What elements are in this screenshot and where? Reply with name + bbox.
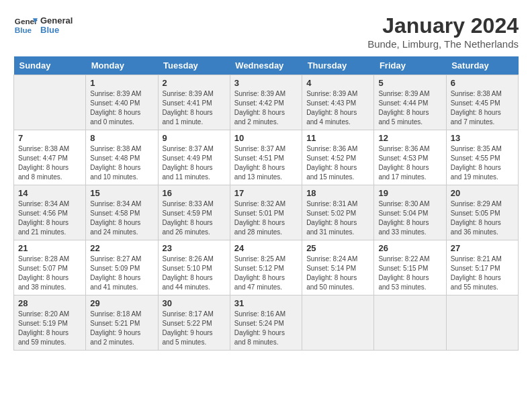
day-info: Sunrise: 8:39 AM Sunset: 4:40 PM Dayligh…: [90, 89, 153, 127]
daylight: Daylight: 8 hours and 19 minutes.: [451, 163, 514, 182]
daylight: Daylight: 8 hours and 47 minutes.: [234, 273, 298, 292]
month-title: January 2024: [367, 13, 519, 38]
daylight: Daylight: 9 hours and 8 minutes.: [234, 328, 298, 347]
day-number: 12: [378, 133, 441, 143]
daylight: Daylight: 8 hours and 28 minutes.: [234, 218, 298, 237]
day-number: 5: [378, 78, 441, 88]
day-number: 26: [378, 243, 441, 253]
table-row: [14, 75, 86, 130]
table-row: 24 Sunrise: 8:25 AM Sunset: 5:12 PM Dayl…: [230, 240, 302, 295]
daylight: Daylight: 8 hours and 26 minutes.: [163, 218, 226, 237]
header-friday: Friday: [374, 56, 446, 75]
sunrise: Sunrise: 8:39 AM: [306, 89, 369, 99]
table-row: 23 Sunrise: 8:26 AM Sunset: 5:10 PM Dayl…: [158, 240, 230, 295]
sunrise: Sunrise: 8:34 AM: [90, 199, 153, 209]
daylight: Daylight: 8 hours and 0 minutes.: [90, 108, 153, 127]
table-row: 17 Sunrise: 8:32 AM Sunset: 5:01 PM Dayl…: [230, 185, 302, 240]
daylight: Daylight: 8 hours and 41 minutes.: [90, 273, 153, 292]
day-number: 18: [306, 188, 369, 198]
day-number: 14: [18, 188, 81, 198]
daylight: Daylight: 8 hours and 33 minutes.: [378, 218, 441, 237]
day-info: Sunrise: 8:34 AM Sunset: 4:56 PM Dayligh…: [18, 199, 81, 237]
header-saturday: Saturday: [446, 56, 518, 75]
daylight: Daylight: 8 hours and 8 minutes.: [18, 163, 81, 182]
day-number: 3: [234, 78, 298, 88]
day-number: 27: [451, 243, 514, 253]
sunset: Sunset: 5:14 PM: [306, 264, 369, 273]
sunrise: Sunrise: 8:31 AM: [306, 199, 369, 209]
sunset: Sunset: 4:42 PM: [234, 99, 298, 108]
daylight: Daylight: 8 hours and 15 minutes.: [306, 163, 369, 182]
header-sunday: Sunday: [14, 56, 86, 75]
sunrise: Sunrise: 8:34 AM: [18, 199, 81, 209]
day-info: Sunrise: 8:39 AM Sunset: 4:44 PM Dayligh…: [378, 89, 441, 127]
day-number: 10: [234, 133, 298, 143]
table-row: 20 Sunrise: 8:29 AM Sunset: 5:05 PM Dayl…: [446, 185, 518, 240]
daylight: Daylight: 8 hours and 2 minutes.: [234, 108, 298, 127]
day-number: 30: [163, 298, 226, 308]
header-tuesday: Tuesday: [158, 56, 230, 75]
day-info: Sunrise: 8:39 AM Sunset: 4:41 PM Dayligh…: [163, 89, 226, 127]
sunrise: Sunrise: 8:16 AM: [234, 310, 298, 319]
day-info: Sunrise: 8:32 AM Sunset: 5:01 PM Dayligh…: [234, 199, 298, 237]
sunrise: Sunrise: 8:38 AM: [18, 144, 81, 154]
daylight: Daylight: 8 hours and 10 minutes.: [90, 163, 153, 182]
day-number: 31: [234, 298, 298, 308]
calendar-week-row: 7 Sunrise: 8:38 AM Sunset: 4:47 PM Dayli…: [14, 130, 519, 185]
sunrise: Sunrise: 8:38 AM: [451, 89, 514, 99]
logo-icon: General Blue: [13, 13, 38, 38]
sunrise: Sunrise: 8:24 AM: [306, 255, 369, 264]
day-number: 29: [90, 298, 153, 308]
day-number: 13: [451, 133, 514, 143]
day-info: Sunrise: 8:38 AM Sunset: 4:48 PM Dayligh…: [90, 144, 153, 182]
day-number: 8: [90, 133, 153, 143]
sunset: Sunset: 4:45 PM: [451, 99, 514, 108]
calendar-header-row: Sunday Monday Tuesday Wednesday Thursday…: [14, 56, 519, 75]
daylight: Daylight: 8 hours and 44 minutes.: [163, 273, 226, 292]
sunset: Sunset: 5:24 PM: [234, 319, 298, 328]
sunrise: Sunrise: 8:35 AM: [451, 144, 514, 154]
table-row: 19 Sunrise: 8:30 AM Sunset: 5:04 PM Dayl…: [374, 185, 446, 240]
table-row: 22 Sunrise: 8:27 AM Sunset: 5:09 PM Dayl…: [86, 240, 158, 295]
daylight: Daylight: 8 hours and 53 minutes.: [378, 273, 441, 292]
day-info: Sunrise: 8:38 AM Sunset: 4:45 PM Dayligh…: [451, 89, 514, 127]
day-number: 11: [306, 133, 369, 143]
table-row: [374, 295, 446, 351]
day-number: 23: [163, 243, 226, 253]
day-number: 2: [163, 78, 226, 88]
sunrise: Sunrise: 8:27 AM: [90, 255, 153, 264]
day-info: Sunrise: 8:33 AM Sunset: 4:59 PM Dayligh…: [163, 199, 226, 237]
sunrise: Sunrise: 8:38 AM: [90, 144, 153, 154]
svg-text:Blue: Blue: [15, 26, 32, 34]
table-row: [302, 295, 374, 351]
daylight: Daylight: 8 hours and 50 minutes.: [306, 273, 369, 292]
day-info: Sunrise: 8:18 AM Sunset: 5:21 PM Dayligh…: [90, 310, 153, 347]
table-row: 2 Sunrise: 8:39 AM Sunset: 4:41 PM Dayli…: [158, 75, 230, 130]
daylight: Daylight: 8 hours and 4 minutes.: [306, 108, 369, 127]
calendar-week-row: 14 Sunrise: 8:34 AM Sunset: 4:56 PM Dayl…: [14, 185, 519, 240]
sunrise: Sunrise: 8:39 AM: [90, 89, 153, 99]
sunset: Sunset: 4:40 PM: [90, 99, 153, 108]
day-info: Sunrise: 8:27 AM Sunset: 5:09 PM Dayligh…: [90, 255, 153, 292]
sunrise: Sunrise: 8:28 AM: [18, 255, 81, 264]
sunset: Sunset: 4:56 PM: [18, 209, 81, 218]
daylight: Daylight: 8 hours and 13 minutes.: [234, 163, 298, 182]
sunrise: Sunrise: 8:36 AM: [306, 144, 369, 154]
logo: General Blue General Blue: [13, 13, 73, 38]
day-info: Sunrise: 8:25 AM Sunset: 5:12 PM Dayligh…: [234, 255, 298, 292]
sunset: Sunset: 4:58 PM: [90, 209, 153, 218]
sunrise: Sunrise: 8:39 AM: [234, 89, 298, 99]
table-row: 10 Sunrise: 8:37 AM Sunset: 4:51 PM Dayl…: [230, 130, 302, 185]
daylight: Daylight: 9 hours and 5 minutes.: [163, 328, 226, 347]
calendar-week-row: 28 Sunrise: 8:20 AM Sunset: 5:19 PM Dayl…: [14, 295, 519, 351]
sunrise: Sunrise: 8:25 AM: [234, 255, 298, 264]
sunrise: Sunrise: 8:17 AM: [163, 310, 226, 319]
logo-general: General: [40, 16, 73, 26]
table-row: 4 Sunrise: 8:39 AM Sunset: 4:43 PM Dayli…: [302, 75, 374, 130]
logo-blue: Blue: [40, 26, 73, 35]
day-info: Sunrise: 8:38 AM Sunset: 4:47 PM Dayligh…: [18, 144, 81, 182]
sunset: Sunset: 5:17 PM: [451, 264, 514, 273]
table-row: 30 Sunrise: 8:17 AM Sunset: 5:22 PM Dayl…: [158, 295, 230, 351]
sunset: Sunset: 5:12 PM: [234, 264, 298, 273]
sunset: Sunset: 4:59 PM: [163, 209, 226, 218]
